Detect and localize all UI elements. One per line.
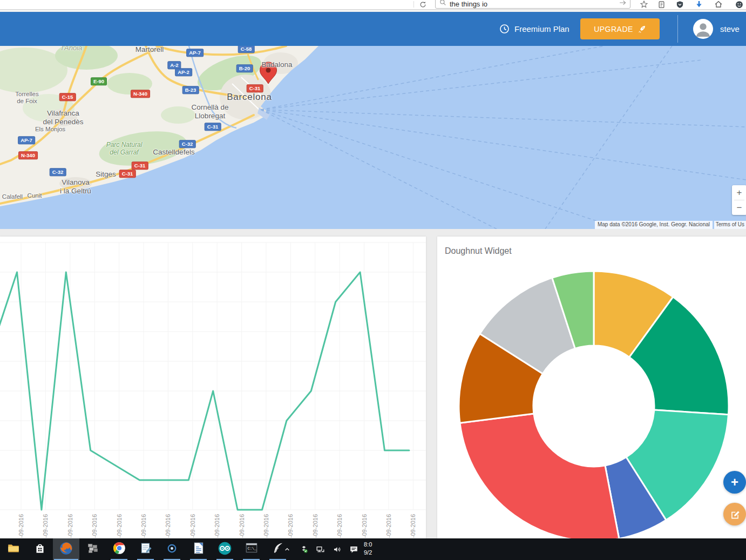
road-badge: C-32 (179, 140, 196, 148)
x-axis-tick-label: -09-2016 (140, 514, 147, 538)
edit-pencil-icon (730, 509, 740, 519)
map-place-label: Barcelona (227, 92, 272, 103)
map-place-label: Els Monjos (35, 126, 65, 133)
search-input[interactable] (450, 0, 612, 8)
tray-volume-icon[interactable] (330, 543, 344, 556)
rocket-icon (638, 25, 646, 33)
road-badge: AP-7 (186, 49, 204, 57)
x-axis-tick-label: -09-2016 (18, 514, 24, 538)
x-axis-tick-label: -09-2016 (263, 514, 269, 538)
map-place-label: Vilanova i la Geltrú (60, 178, 91, 195)
recorder-icon (165, 541, 179, 558)
tray-dropbox-icon[interactable] (297, 543, 310, 556)
taskbar-app-arduino[interactable] (212, 538, 238, 560)
map-place-label: Parc Natural del Garraf (106, 141, 143, 157)
tray-notifications-icon[interactable] (347, 543, 361, 556)
map-place-label: Cornellà de Llobregat (191, 103, 228, 120)
screen: Freemium Plan UPGRADE steve ▸ (0, 0, 746, 560)
road-badge: AP-2 (175, 68, 192, 76)
bricks-game-icon (86, 541, 100, 557)
map-place-label: Torrelles de Foix (15, 91, 38, 105)
taskbar-app-command-prompt[interactable]: C:\_ (238, 538, 265, 560)
windows-store-icon (33, 541, 47, 557)
road-badge: AP-7 (18, 136, 35, 144)
tray-chevron-up-icon[interactable] (280, 543, 294, 556)
map-widget[interactable]: l'AnoiaMartorellBadalonaBarcelonaCornell… (0, 46, 746, 229)
road-badge: C-31 (247, 84, 263, 92)
road-badge: C-15 (59, 93, 76, 101)
taskbar-app-file-explorer[interactable] (0, 538, 26, 560)
x-axis-tick-label: -09-2016 (287, 514, 294, 538)
taskbar-app-windows-store[interactable] (26, 538, 53, 560)
x-axis-tick-label: -09-2016 (336, 514, 343, 538)
x-axis-tick-label: -09-2016 (410, 514, 416, 538)
road-badge: C-32 (50, 168, 66, 176)
taskbar-app-bricks-game[interactable] (79, 538, 106, 560)
map-place-label: Vilafranca del Penedès (43, 109, 83, 126)
reading-list-icon[interactable] (655, 0, 667, 9)
home-icon[interactable] (713, 0, 724, 9)
browser-toolbar (0, 0, 746, 10)
map-place-label: Castelldefels (153, 148, 194, 157)
map-place-label: Calafell (2, 193, 23, 200)
tray-network-icon[interactable] (314, 543, 327, 556)
taskbar-app-wordpad[interactable] (185, 538, 212, 560)
doughnut-chart (437, 237, 746, 560)
x-axis-tick-label: -09-2016 (67, 514, 73, 538)
smiley-menu-icon[interactable] (733, 0, 745, 9)
add-widget-button[interactable]: + (723, 471, 746, 494)
map-terms-link[interactable]: Terms of Us (714, 221, 746, 229)
taskbar-app-firefox[interactable] (53, 538, 79, 560)
map-place-label: Martorell (135, 46, 164, 54)
taskbar-apps: C:\_ (0, 538, 291, 560)
reload-icon[interactable] (417, 0, 429, 9)
x-axis-tick-label: -09-2016 (91, 514, 98, 538)
map-attribution: Map data ©2016 Google, Inst. Geogr. Naci… (595, 221, 713, 229)
svg-text:C:\_: C:\_ (247, 546, 257, 551)
notepad-icon (139, 541, 153, 557)
line-chart-widget: -09-2016-09-2016-09-2016-09-2016-09-2016… (0, 237, 426, 560)
user-menu[interactable]: steve ▸ (693, 12, 746, 46)
pocket-shield-icon[interactable] (674, 0, 686, 9)
x-axis-tick-label: -09-2016 (42, 514, 49, 538)
map-place-label: Sitges (96, 170, 116, 179)
x-axis-tick-label: -09-2016 (165, 514, 171, 538)
username: steve (720, 24, 740, 33)
upgrade-button[interactable]: UPGRADE (580, 18, 660, 39)
clock-plan-icon (499, 24, 510, 34)
go-arrow-icon[interactable] (617, 0, 629, 7)
edit-dashboard-button[interactable] (723, 503, 746, 525)
plus-icon: + (731, 475, 738, 490)
zoom-out-button[interactable]: − (732, 200, 746, 215)
road-badge: C-58 (238, 46, 255, 53)
taskbar-app-recorder[interactable] (159, 538, 185, 560)
road-badge: B-20 (236, 64, 253, 72)
avatar (693, 19, 713, 39)
road-badge: B-23 (182, 86, 199, 94)
map-place-label: Cunit (28, 192, 42, 199)
doughnut-segment-red (460, 414, 619, 541)
app-header: Freemium Plan UPGRADE steve ▸ (0, 12, 746, 46)
map-canvas (0, 46, 746, 229)
road-badge: N-340 (131, 90, 150, 98)
road-badge: C-31 (119, 170, 136, 178)
road-badge: E-90 (91, 77, 107, 85)
header-divider (677, 15, 678, 43)
upgrade-label: UPGRADE (594, 25, 633, 33)
chrome-icon (112, 541, 126, 557)
download-icon[interactable] (693, 0, 705, 9)
bookmark-star-icon[interactable] (638, 0, 650, 9)
arduino-icon (218, 541, 232, 558)
taskbar-app-chrome[interactable] (106, 538, 132, 560)
x-axis-tick-label: -09-2016 (214, 514, 220, 538)
map-place-label: Badalona (261, 60, 292, 69)
zoom-in-button[interactable]: + (732, 185, 746, 200)
taskbar-clock[interactable]: 8:0 9/2 (364, 541, 376, 557)
taskbar-app-notepad[interactable] (132, 538, 159, 560)
firefox-icon (59, 541, 73, 558)
x-axis-tick-label: -09-2016 (385, 514, 392, 538)
map-zoom-control: + − (732, 185, 746, 215)
line-chart: -09-2016-09-2016-09-2016-09-2016-09-2016… (0, 237, 426, 560)
road-badge: C-31 (205, 123, 221, 131)
wordpad-icon (192, 541, 206, 557)
